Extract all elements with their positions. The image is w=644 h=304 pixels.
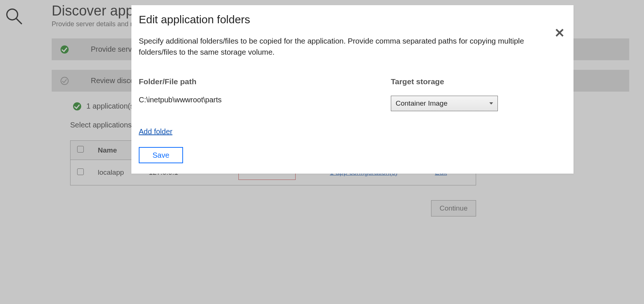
folder-path-header: Folder/File path — [139, 77, 391, 86]
close-icon[interactable]: ✕ — [554, 27, 565, 39]
edit-folders-modal: Edit application folders ✕ Specify addit… — [131, 5, 574, 174]
modal-description: Specify additional folders/files to be c… — [139, 35, 530, 57]
target-storage-header: Target storage — [391, 77, 566, 86]
chevron-down-icon — [489, 102, 493, 105]
target-storage-select[interactable]: Container Image — [391, 96, 498, 111]
save-button[interactable]: Save — [139, 147, 183, 163]
target-storage-selected: Container Image — [396, 99, 447, 107]
add-folder-link[interactable]: Add folder — [139, 127, 172, 136]
folder-path-value: C:\inetpub\wwwroot\parts — [139, 96, 391, 104]
modal-title: Edit application folders — [139, 13, 566, 26]
